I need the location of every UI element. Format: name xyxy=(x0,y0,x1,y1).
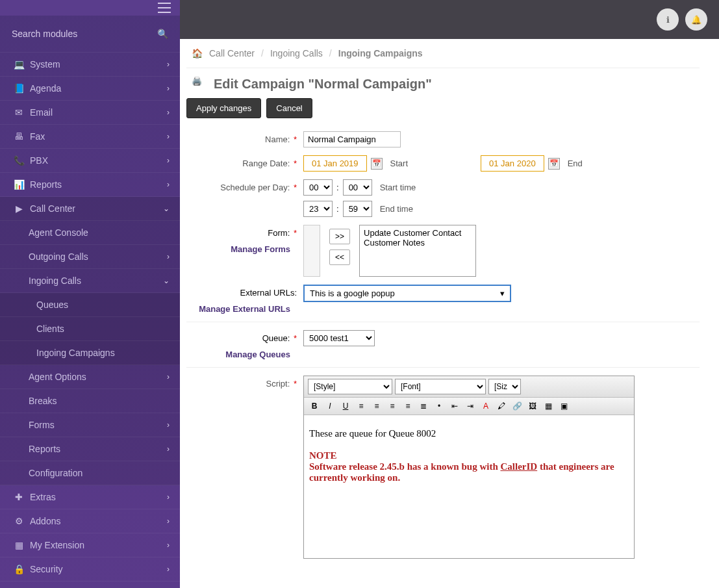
sidebar-item-ingoing-calls[interactable]: Ingoing Calls⌄ xyxy=(0,269,180,293)
sidebar-item-forms[interactable]: Forms› xyxy=(0,413,180,437)
sidebar-topbar xyxy=(0,0,180,16)
calendar-icon[interactable]: 📅 xyxy=(548,158,560,170)
shuttle-remove-button[interactable]: << xyxy=(329,249,350,265)
name-label: Name: xyxy=(265,134,290,144)
sidebar-item-agenda[interactable]: 📘Agenda› xyxy=(0,77,180,101)
manage-external-urls-link[interactable]: Manage External URLs xyxy=(199,301,297,314)
breadcrumb-item[interactable]: Ingoing Calls xyxy=(270,48,323,58)
text-color-icon[interactable]: A xyxy=(479,400,492,412)
form-option-2[interactable]: Customer Notes xyxy=(364,238,472,248)
form-option-1[interactable]: Update Customer Contact xyxy=(364,228,472,238)
apply-changes-button[interactable]: Apply changes xyxy=(186,98,261,118)
outdent-icon[interactable]: ⇤ xyxy=(448,400,461,412)
sidebar-item-system[interactable]: 💻System› xyxy=(0,53,180,77)
script-note-body: Software release 2.45.b has a known bug … xyxy=(309,461,629,483)
sidebar-label: PBX xyxy=(30,155,48,166)
sidebar-item-reports[interactable]: 📊Reports› xyxy=(0,173,180,197)
sidebar-item-email[interactable]: ✉Email› xyxy=(0,101,180,125)
ordered-list-icon[interactable]: ≣ xyxy=(417,400,430,412)
bold-icon[interactable]: B xyxy=(308,400,321,412)
image-icon[interactable]: 🖼 xyxy=(526,400,539,412)
align-center-icon[interactable]: ≡ xyxy=(370,400,383,412)
sidebar-item-fax[interactable]: 🖶Fax› xyxy=(0,125,180,149)
chevron-right-icon: › xyxy=(167,60,170,69)
end-hour-select[interactable]: 23 xyxy=(303,201,333,217)
style-select[interactable]: [Style] xyxy=(308,379,392,394)
sidebar-item-agent-options[interactable]: Agent Options› xyxy=(0,365,180,389)
start-date-input[interactable]: 01 Jan 2019 xyxy=(303,155,367,172)
start-hour-select[interactable]: 00 xyxy=(303,179,333,196)
shuttle-add-button[interactable]: >> xyxy=(329,229,350,244)
sidebar-item-agent-console[interactable]: Agent Console xyxy=(0,221,180,245)
unordered-list-icon[interactable]: • xyxy=(433,400,446,412)
cancel-button[interactable]: Cancel xyxy=(266,98,312,118)
sidebar-item-addons[interactable]: ⚙Addons› xyxy=(0,509,180,533)
name-input[interactable] xyxy=(303,131,401,147)
breadcrumb-item[interactable]: Call Center xyxy=(209,48,255,58)
italic-icon[interactable]: I xyxy=(323,400,336,412)
sidebar-item-my-extension[interactable]: ▦My Extension› xyxy=(0,533,180,557)
sidebar-label: Agent Options xyxy=(29,372,86,382)
underline-icon[interactable]: U xyxy=(339,400,352,412)
sidebar-label: Addons xyxy=(30,516,60,526)
manage-queues-link[interactable]: Manage Queues xyxy=(225,347,297,359)
search-placeholder: Search modules xyxy=(12,29,77,39)
sidebar-item-reports-cc[interactable]: Reports› xyxy=(0,437,180,461)
calendar-icon[interactable]: 📅 xyxy=(371,158,383,170)
editor-content[interactable]: These are queue for Queue 8002 NOTE Soft… xyxy=(304,415,634,558)
link-icon[interactable]: 🔗 xyxy=(511,400,523,412)
info-button[interactable]: ℹ xyxy=(657,8,679,31)
sidebar-item-call-center[interactable]: ▶Call Center⌄ xyxy=(0,197,180,221)
size-select[interactable]: [Size] xyxy=(488,379,521,394)
sidebar-item-queues[interactable]: Queues xyxy=(0,293,180,317)
align-left-icon[interactable]: ≡ xyxy=(355,400,368,412)
chevron-down-icon: ⌄ xyxy=(163,276,170,285)
sidebar-item-clients[interactable]: Clients xyxy=(0,317,180,341)
manage-forms-link[interactable]: Manage Forms xyxy=(231,242,297,254)
chevron-right-icon: › xyxy=(167,565,170,574)
notifications-button[interactable]: 🔔 xyxy=(685,8,707,31)
sidebar-item-configuration[interactable]: Configuration xyxy=(0,461,180,485)
hamburger-icon[interactable] xyxy=(158,3,171,13)
form-source-list[interactable] xyxy=(303,225,320,277)
breadcrumb-sep: / xyxy=(329,48,332,58)
search-icon[interactable]: 🔍 xyxy=(157,29,168,39)
sidebar-item-pbx[interactable]: 📞PBX› xyxy=(0,149,180,173)
align-right-icon[interactable]: ≡ xyxy=(386,400,399,412)
table-icon[interactable]: ▦ xyxy=(542,400,555,412)
external-url-value: This is a google popup xyxy=(310,288,395,298)
external-url-select[interactable]: This is a google popup ▾ xyxy=(303,285,511,302)
indent-icon[interactable]: ⇥ xyxy=(464,400,477,412)
sidebar-item-security[interactable]: 🔒Security› xyxy=(0,557,180,582)
divider xyxy=(186,322,700,322)
chevron-right-icon: › xyxy=(167,517,170,526)
sidebar-item-extras[interactable]: ✚Extras› xyxy=(0,485,180,509)
align-justify-icon[interactable]: ≡ xyxy=(401,400,414,412)
divider xyxy=(186,367,700,368)
home-icon[interactable]: 🏠 xyxy=(192,48,203,58)
sidebar-item-ingoing-campaigns[interactable]: Ingoing Campaigns xyxy=(0,341,180,365)
end-minute-select[interactable]: 59 xyxy=(343,201,372,217)
sidebar-label: Email xyxy=(30,107,53,118)
script-label: Script: xyxy=(266,379,290,389)
chevron-right-icon: › xyxy=(167,132,170,141)
chart-icon: 📊 xyxy=(12,179,26,190)
breadcrumb-sep: / xyxy=(261,48,264,58)
required-mark: * xyxy=(294,228,297,238)
end-text: End xyxy=(568,159,583,168)
sidebar-label: Extras xyxy=(30,492,56,502)
end-date-input[interactable]: 01 Jan 2020 xyxy=(481,155,544,172)
source-icon[interactable]: ▣ xyxy=(557,400,570,412)
bg-color-icon[interactable]: 🖍 xyxy=(495,400,508,412)
sidebar-item-outgoing-calls[interactable]: Outgoing Calls› xyxy=(0,245,180,269)
required-mark: * xyxy=(294,379,297,389)
chevron-right-icon: › xyxy=(167,180,170,189)
font-select[interactable]: [Font] xyxy=(395,379,486,394)
required-mark: * xyxy=(294,134,297,144)
queue-select[interactable]: 5000 test1 xyxy=(303,330,375,346)
search-row[interactable]: Search modules 🔍 xyxy=(0,16,180,53)
envelope-icon: ✉ xyxy=(12,107,26,118)
sidebar-item-breaks[interactable]: Breaks xyxy=(0,389,180,413)
start-minute-select[interactable]: 00 xyxy=(343,179,372,196)
form-selected-list[interactable]: Update Customer Contact Customer Notes xyxy=(359,225,476,277)
